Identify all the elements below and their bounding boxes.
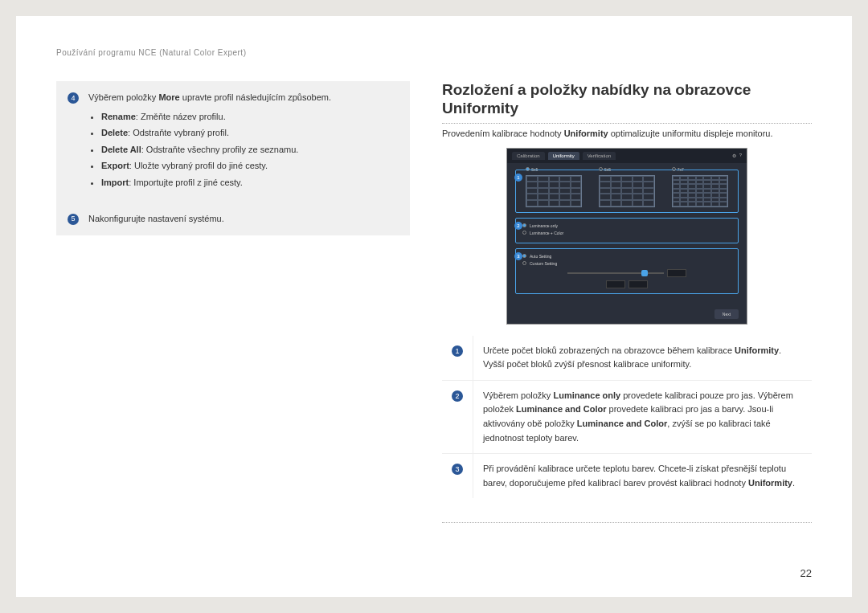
- step-4-box: 4 Výběrem položky More upravte profil ná…: [56, 81, 410, 202]
- screenshot-tabbar: Calibration Uniformity Verification ⚙ ?: [507, 149, 747, 163]
- step4-item: Delete All: Odstraňte všechny profily ze…: [101, 143, 399, 157]
- row-2-text: Výběrem položky Luminance only provedete…: [473, 380, 813, 453]
- page-number: 22: [800, 567, 812, 579]
- page-header: Používání programu NCE (Natural Color Ex…: [56, 48, 812, 57]
- grid-7x7: [672, 175, 728, 207]
- grid-5x5: [526, 175, 582, 207]
- step-5-text: Nakonfigurujte nastavení systému.: [88, 212, 399, 227]
- step-5-box: 5 Nakonfigurujte nastavení systému.: [56, 202, 410, 236]
- step-4-content: Výběrem položky More upravte profil násl…: [88, 91, 399, 193]
- step4-intro-post: upravte profil následujícím způsobem.: [180, 92, 331, 102]
- row-badge-2: 2: [452, 390, 463, 402]
- step4-intro-pre: Výběrem položky: [88, 92, 158, 102]
- screenshot-footer: Next: [714, 309, 739, 319]
- screenshot-top-icons: ⚙ ?: [732, 153, 742, 158]
- next-button: Next: [714, 309, 739, 319]
- document-page: Používání programu NCE (Natural Color Ex…: [16, 16, 852, 597]
- slider-value: [667, 269, 686, 277]
- callout-1: 1: [514, 174, 522, 182]
- description-table: 1 Určete počet bloků zobrazených na obra…: [442, 336, 812, 499]
- callout-3: 3: [514, 252, 522, 260]
- tab-calibration: Calibration: [512, 152, 545, 160]
- step-5-badge: 5: [68, 214, 79, 225]
- step4-list: Rename: Změňte název profilu. Delete: Od…: [88, 110, 399, 190]
- screenshot-section-2: 2 Luminance only Luminance + Color: [515, 218, 739, 243]
- row-badge-3: 3: [452, 464, 463, 475]
- val-box: [606, 280, 625, 288]
- step-4-badge: 4: [68, 92, 79, 104]
- step4-intro-bold: More: [158, 92, 179, 102]
- row-1-text: Určete počet bloků zobrazených na obrazo…: [473, 336, 813, 381]
- step4-item: Delete: Odstraňte vybraný profil.: [101, 126, 399, 141]
- right-column: Rozložení a položky nabídky na obrazovce…: [442, 81, 812, 573]
- screenshot-body: 1 5x5 5x5: [507, 163, 747, 305]
- tab-verification: Verification: [583, 152, 616, 160]
- grid-5x5-b: [599, 175, 655, 207]
- uniformity-screenshot: Calibration Uniformity Verification ⚙ ? …: [506, 148, 747, 325]
- table-row: 1 Určete počet bloků zobrazených na obra…: [442, 336, 812, 381]
- two-column-layout: 4 Výběrem položky More upravte profil ná…: [56, 81, 812, 573]
- gear-icon: ⚙: [732, 153, 736, 158]
- screenshot-section-1: 1 5x5 5x5: [515, 170, 739, 213]
- screenshot-container: Calibration Uniformity Verification ⚙ ? …: [442, 148, 812, 325]
- table-row: 2 Výběrem položky Luminance only provede…: [442, 380, 812, 453]
- left-column: 4 Výběrem položky More upravte profil ná…: [56, 81, 410, 573]
- help-icon: ?: [739, 153, 742, 158]
- step4-item: Import: Importujte profil z jiné cesty.: [101, 176, 399, 190]
- step4-item: Rename: Změňte název profilu.: [101, 110, 399, 125]
- section-intro: Provedením kalibrace hodnoty Uniformity …: [442, 129, 812, 138]
- bottom-divider: [442, 522, 812, 523]
- row-badge-1: 1: [452, 345, 463, 357]
- screenshot-section-3: 3 Auto Setting Custom Setting: [515, 248, 739, 294]
- tab-uniformity: Uniformity: [548, 152, 579, 160]
- grid-row: 5x5 5x5 7x7: [522, 175, 731, 207]
- callout-2: 2: [514, 222, 522, 230]
- row-3-text: Při provádění kalibrace určete teplotu b…: [473, 454, 813, 499]
- slider: [567, 272, 664, 274]
- val-box: [628, 280, 648, 288]
- table-row: 3 Při provádění kalibrace určete teplotu…: [442, 454, 812, 499]
- section-title: Rozložení a položky nabídky na obrazovce…: [442, 81, 812, 124]
- step4-item: Export: Uložte vybraný profil do jiné ce…: [101, 159, 399, 174]
